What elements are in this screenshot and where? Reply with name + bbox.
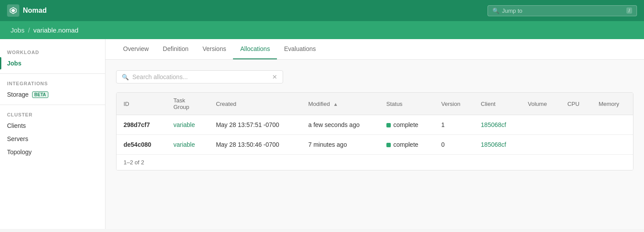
sidebar-section-workload: WORKLOAD [0,46,105,57]
page-layout: WORKLOAD Jobs INTEGRATIONS Storage BETA … [0,39,644,229]
col-header-task-group: TaskGroup [166,93,209,115]
sidebar-label-topology: Topology [7,149,32,156]
sidebar-section-cluster: CLUSTER [0,109,105,119]
col-header-id: ID [116,93,166,115]
col-header-cpu: CPU [560,93,592,115]
tab-definition[interactable]: Definition [156,39,195,59]
tab-overview[interactable]: Overview [116,39,156,59]
cell-created-1: May 28 13:57:51 -0700 [209,115,301,135]
cell-client-1: 185068cf [474,115,521,135]
cell-volume-2 [521,135,560,155]
sidebar-section-integrations: INTEGRATIONS [0,77,105,88]
search-icon-sm: 🔍 [122,74,129,80]
col-header-status: Status [379,93,434,115]
sidebar-item-storage[interactable]: Storage BETA [0,88,105,101]
breadcrumb-parent[interactable]: Jobs [11,26,25,34]
app-name: Nomad [23,7,47,14]
cell-volume-1 [521,115,560,135]
sidebar-item-topology[interactable]: Topology [0,145,105,159]
app-logo[interactable]: Nomad [7,4,47,17]
svg-marker-1 [11,9,15,12]
allocations-table: ID TaskGroup Created Modified ▲ Status V… [116,93,633,154]
task-group-link-2[interactable]: variable [173,141,195,148]
cell-task-group-1: variable [166,115,209,135]
col-header-created: Created [209,93,301,115]
cell-created-2: May 28 13:50:46 -0700 [209,135,301,155]
sidebar-label-storage: Storage [7,91,29,98]
table-row: 298d7cf7 variable May 28 13:57:51 -0700 … [116,115,633,135]
status-dot-2 [386,143,391,147]
sidebar-item-servers[interactable]: Servers [0,132,105,145]
cell-task-group-2: variable [166,135,209,155]
cell-id-1: 298d7cf7 [116,115,166,135]
sidebar-divider-2 [0,105,105,105]
cell-version-2: 0 [434,135,474,155]
cell-cpu-2 [560,135,592,155]
cell-memory-2 [592,135,633,155]
beta-badge: BETA [32,91,48,98]
navbar: Nomad 🔍 / [0,0,644,21]
col-header-memory: Memory [592,93,633,115]
tab-evaluations[interactable]: Evaluations [277,39,323,59]
sidebar-label-jobs: Jobs [7,60,22,67]
client-link-1[interactable]: 185068cf [481,121,506,128]
col-header-client: Client [474,93,521,115]
global-search-input[interactable] [502,7,624,14]
sidebar-item-clients[interactable]: Clients [0,119,105,132]
cell-modified-2: 7 minutes ago [301,135,379,155]
content-area: 🔍 ✕ ID TaskGroup Created Modified ▲ Stat… [106,60,644,181]
tabs: Overview Definition Versions Allocations… [106,39,644,60]
cell-client-2: 185068cf [474,135,521,155]
sidebar-label-servers: Servers [7,135,28,142]
sidebar-label-clients: Clients [7,122,26,129]
client-link-2[interactable]: 185068cf [481,141,506,148]
col-header-modified[interactable]: Modified ▲ [301,93,379,115]
cell-id-2: de54c080 [116,135,166,155]
cell-cpu-1 [560,115,592,135]
sidebar-item-jobs[interactable]: Jobs [0,57,105,70]
allocations-search-input[interactable] [132,73,269,80]
allocations-search-bar[interactable]: 🔍 ✕ [116,70,283,83]
tab-allocations[interactable]: Allocations [233,39,277,59]
main-content: Overview Definition Versions Allocations… [106,39,644,229]
cell-memory-1 [592,115,633,135]
global-search[interactable]: 🔍 / [488,5,637,16]
allocations-table-container: ID TaskGroup Created Modified ▲ Status V… [116,92,633,170]
breadcrumb: Jobs / variable.nomad [0,21,644,39]
breadcrumb-separator: / [28,26,30,34]
table-body: 298d7cf7 variable May 28 13:57:51 -0700 … [116,115,633,155]
tab-versions[interactable]: Versions [196,39,233,59]
breadcrumb-current: variable.nomad [33,26,79,34]
search-shortcut: / [626,7,632,14]
table-header: ID TaskGroup Created Modified ▲ Status V… [116,93,633,115]
clear-search-icon[interactable]: ✕ [272,73,277,80]
logo-icon [7,4,19,17]
cell-status-2: complete [379,135,434,155]
cell-status-1: complete [379,115,434,135]
cell-version-1: 1 [434,115,474,135]
table-row: de54c080 variable May 28 13:50:46 -0700 … [116,135,633,155]
col-header-version: Version [434,93,474,115]
table-pagination: 1–2 of 2 [116,154,633,170]
cell-modified-1: a few seconds ago [301,115,379,135]
sidebar-divider-1 [0,73,105,74]
search-icon: 🔍 [492,7,499,14]
table-header-row: ID TaskGroup Created Modified ▲ Status V… [116,93,633,115]
col-header-volume: Volume [521,93,560,115]
sort-arrow-modified: ▲ [333,102,338,107]
task-group-link-1[interactable]: variable [173,121,195,128]
sidebar: WORKLOAD Jobs INTEGRATIONS Storage BETA … [0,39,106,229]
status-dot-1 [386,123,391,127]
